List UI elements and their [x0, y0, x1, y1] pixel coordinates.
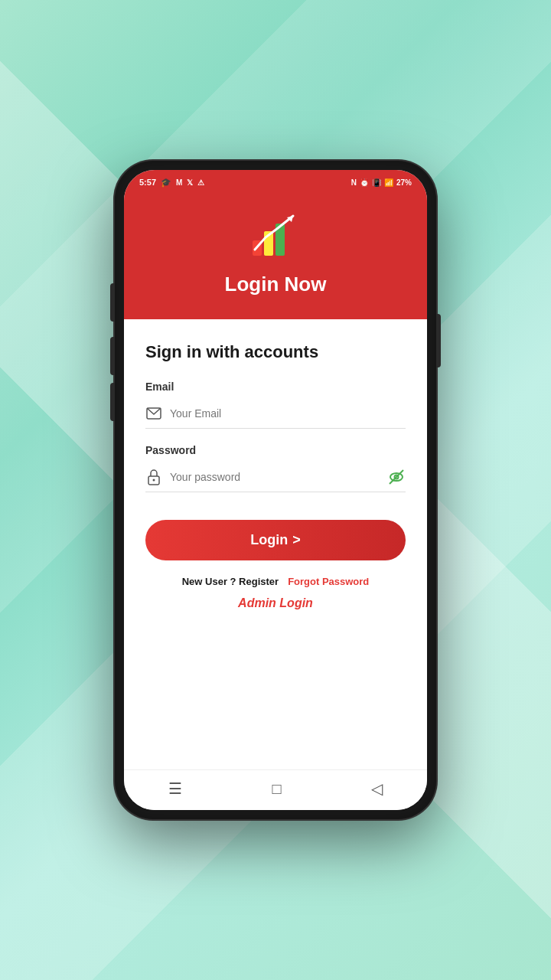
app-logo [249, 210, 302, 263]
app-header: Login Now [124, 194, 427, 319]
forgot-password-link[interactable]: Forgot Password [288, 576, 369, 587]
login-button[interactable]: Login > [145, 520, 406, 560]
email-icon [145, 405, 162, 422]
status-left: 5:57 🎓 M 𝕏 ⚠ [139, 178, 204, 188]
status-right: N ⏰ 📳 📶 27% [351, 178, 412, 187]
content-card: Sign in with accounts Email Password [124, 319, 427, 769]
email-form-group: Email [145, 381, 406, 429]
phone-device: 5:57 🎓 M 𝕏 ⚠ N ⏰ 📳 📶 27% [115, 161, 436, 819]
password-input-wrapper [145, 462, 406, 492]
nav-bar: ☰ □ ◁ [124, 769, 427, 810]
warning-icon: ⚠ [197, 178, 204, 187]
status-time: 5:57 [139, 178, 156, 187]
toggle-password-icon[interactable] [387, 468, 406, 486]
login-button-label: Login [250, 532, 288, 548]
nav-menu-icon[interactable]: ☰ [168, 779, 182, 798]
login-chevron-icon: > [292, 532, 301, 548]
gmail-icon: M [176, 178, 182, 187]
email-label: Email [145, 381, 406, 393]
password-label: Password [145, 444, 406, 456]
svg-point-6 [153, 479, 155, 482]
twitter-icon: 𝕏 [187, 178, 193, 187]
nav-home-icon[interactable]: □ [272, 780, 281, 798]
graduation-icon: 🎓 [161, 178, 171, 188]
app-title: Login Now [225, 273, 327, 296]
alarm-icon: ⏰ [360, 178, 369, 187]
email-input[interactable] [170, 407, 406, 420]
signal-icon: 📶 [384, 178, 393, 187]
battery-text: 27% [396, 178, 412, 187]
lock-icon [145, 469, 162, 485]
new-user-register[interactable]: New User ? Register [182, 576, 279, 587]
email-input-wrapper [145, 399, 406, 429]
admin-login-link[interactable]: Admin Login [145, 596, 406, 610]
password-input[interactable] [170, 471, 406, 483]
password-form-group: Password [145, 444, 406, 492]
nav-back-icon[interactable]: ◁ [371, 779, 383, 798]
vibrate-icon: 📳 [372, 178, 381, 187]
logo-container [249, 210, 302, 263]
svg-line-9 [390, 470, 403, 484]
status-bar: 5:57 🎓 M 𝕏 ⚠ N ⏰ 📳 📶 27% [124, 170, 427, 194]
phone-screen: 5:57 🎓 M 𝕏 ⚠ N ⏰ 📳 📶 27% [124, 170, 427, 810]
bottom-links: New User ? Register Forgot Password [145, 576, 406, 587]
signin-title: Sign in with accounts [145, 342, 406, 362]
nfc-icon: N [351, 178, 357, 187]
